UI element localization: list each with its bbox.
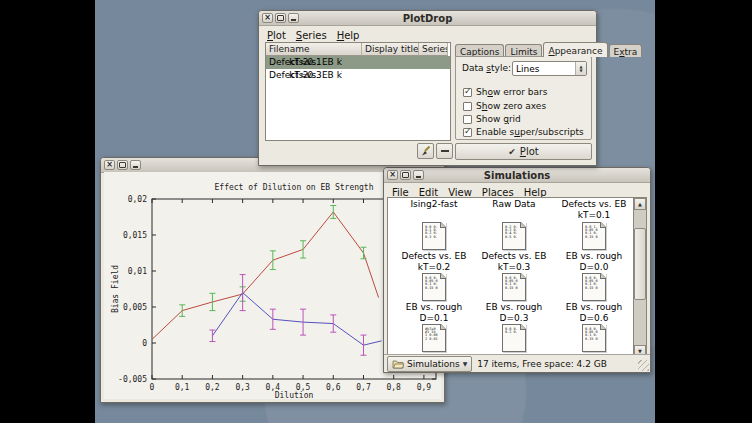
file-item-label: EB vs. rough [556,302,632,313]
close-icon: × [106,161,113,168]
file-icon: 0.0 1.0.05 00.1 0.0.15 0 [582,222,606,250]
location-dropdown-button[interactable]: Simulations ▼ [387,356,472,372]
maximize-button[interactable] [275,13,286,23]
file-icon: 0.0 0.0.05 00.1 0.0.15 0 [502,273,526,301]
data-style-select[interactable]: Lines ▲▼ [512,61,587,76]
checkbox-show-error-bars[interactable]: ✓ Show error bars [463,87,547,97]
close-button[interactable]: × [104,160,115,170]
simulations-titlebar[interactable]: × Simulations [384,168,650,183]
check-icon: ✔ [508,147,516,157]
file-item-label: Defects vs. EB [556,199,632,210]
minimize-icon [133,166,138,168]
maximize-icon [277,15,284,21]
plotdrop-titlebar[interactable]: × PlotDrop [259,11,596,26]
location-label: Simulations [407,359,460,369]
file-item[interactable]: 0.0 0.0.05 00.1 0.0.15 0 EB vs. rough D=… [476,273,552,323]
file-list[interactable]: Filename Display title Series Defects vs… [265,42,451,141]
svg-text:0,1: 0,1 [175,383,190,392]
plotdrop-menubar: Plot Series Help [259,26,596,43]
dropdown-arrow-icon: ▼ [463,360,468,367]
file-item[interactable]: Raw Data [476,199,552,210]
svg-text:0,01: 0,01 [128,267,147,276]
menu-edit[interactable]: Edit [414,187,443,198]
scrollbar-thumb[interactable] [634,228,646,300]
column-header-filename[interactable]: Filename [266,43,362,56]
column-header-series[interactable]: Series [419,43,448,56]
vertical-scrollbar[interactable]: ▲ ▼ [633,197,647,358]
resize-grip[interactable] [638,360,649,371]
plotdrop-window: × PlotDrop Plot Series Help Filename Dis… [258,10,597,166]
checkbox-icon: ✓ [463,128,472,137]
checkbox-show-zero-axes[interactable]: ✓ Show zero axes [463,101,546,111]
column-header-display-title[interactable]: Display title [362,43,419,56]
checkbox-label: Show grid [476,114,521,124]
minimize-icon [291,19,296,21]
maximize-button[interactable] [400,170,411,180]
table-row[interactable]: Defects vs. EB kT=0.1 kT=0.1 2 [266,56,450,69]
menu-series[interactable]: Series [291,30,332,41]
checkbox-label: Show error bars [476,87,547,97]
svg-text:Effect of Dilution on EB Stren: Effect of Dilution on EB Strength [215,183,374,192]
file-icon: 0.0 0.0.05 00.1 0.0.15 0 [582,324,606,352]
file-item-label: Ising2-fast [396,199,472,210]
checkbox-enable-super-subscripts[interactable]: ✓ Enable super/subscripts [463,127,584,137]
row-series: 2 [266,56,342,67]
svg-text:0,9: 0,9 [417,383,432,392]
table-row[interactable]: Defects vs. EB kT=0.3 kT=0.3 2 [266,69,450,82]
file-item[interactable]: 0.0 0.0.1 0.0.2 0.0.3 0. Defects vs. EB … [396,222,472,272]
close-button[interactable]: × [387,170,398,180]
minimize-icon [416,176,421,178]
plot-button-label: Plot [520,146,539,157]
file-icon: 0.0 0.0.05 00.1 0.0.15 0 [422,273,446,301]
file-item-label: D=0.6 [556,313,632,324]
scroll-up-button[interactable]: ▲ [634,198,646,210]
combo-stepper-icon: ▲▼ [575,62,586,75]
file-item[interactable]: Ising2-fast [396,199,472,210]
file-item[interactable]: 0.0 0.0.05 00.1 8.0.15 0 EB vs. rough D=… [556,273,632,323]
checkbox-show-grid[interactable]: ✓ Show grid [463,114,521,124]
svg-text:Bias Field: Bias Field [111,265,120,313]
maximize-icon [119,162,126,168]
svg-text:0,015: 0,015 [123,231,147,240]
menu-plot[interactable]: Plot [262,30,291,41]
file-item[interactable]: 0.2 0.0.3 0.0.4 0.0.5 0. Defects vs. EB … [476,222,552,272]
file-item[interactable]: 0.0 0.0.05 00.1 0.0.15 0 XEB vs. rough [556,324,632,358]
broom-icon [420,145,432,157]
minimize-button[interactable] [130,160,141,170]
svg-text:0,3: 0,3 [235,383,250,392]
file-item-label: D=0.1 [396,313,472,324]
menu-file[interactable]: File [387,187,414,198]
file-item[interactable]: Defects vs. EB kT=0.1 [556,199,632,220]
file-item-label: Raw Data [476,199,552,210]
svg-text:-0,005: -0,005 [118,375,147,384]
checkbox-icon: ✓ [463,102,472,111]
file-item-label: Defects vs. EB [476,251,552,262]
checkbox-icon: ✓ [463,115,472,124]
clear-list-button[interactable] [417,143,434,159]
scrollbar-up-icon: ▲ [638,202,642,207]
close-icon: × [389,171,396,178]
menu-places[interactable]: Places [477,187,519,198]
file-item[interactable]: 0.0 1.0.05 00.1 0.0.15 0 EB vs. rough D=… [556,222,632,272]
file-item[interactable]: 0.0 0.0.2 0. XEB vs. rough [476,324,552,358]
minimize-button[interactable] [288,13,299,23]
menu-help[interactable]: Help [332,30,365,41]
data-style-value: Lines [513,64,575,74]
svg-text:0,2: 0,2 [205,383,220,392]
plot-button[interactable]: ✔ Plot [455,143,592,160]
menu-help[interactable]: Help [519,187,552,198]
file-item[interactable]: 0.0 0.0.05 00.1 0.0.15 0 EB vs. rough D=… [396,273,472,323]
tab-extra[interactable]: Extra [609,44,643,57]
remove-series-button[interactable] [436,143,453,159]
minimize-button[interactable] [413,170,424,180]
menu-view[interactable]: View [443,187,477,198]
tab-appearance[interactable]: Appearance [543,42,607,57]
data-style-label: Data style: [462,63,512,73]
svg-text:0,7: 0,7 [356,383,371,392]
maximize-button[interactable] [117,160,128,170]
file-item[interactable]: #kT=0#1 1k1 0.002 0.01 Layer vs. EB [396,324,472,358]
checkbox-label: Show zero axes [476,101,546,111]
icon-view: Ising2-fast Raw Data Defects vs. EB kT=0… [387,197,634,358]
close-button[interactable]: × [262,13,273,23]
svg-text:0: 0 [142,339,147,348]
